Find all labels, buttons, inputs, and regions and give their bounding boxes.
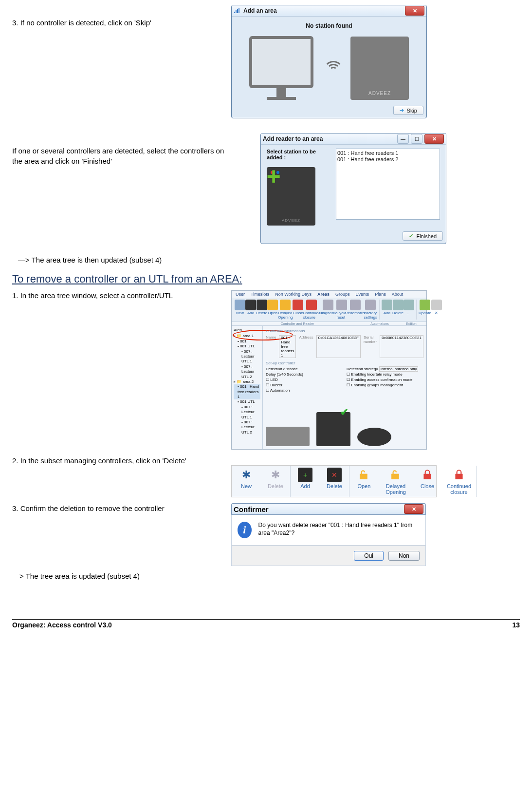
ribbon-close[interactable]: Close (293, 300, 303, 320)
ribbon-delete[interactable]: Delete (256, 300, 267, 320)
svg-rect-3 (238, 8, 239, 13)
area-tree[interactable]: Area 📁 area 1 • 001 • 001 UTL • 007 : Le… (232, 326, 263, 449)
app-window-screenshot: User Timeslots Non Working Days Areas Gr… (231, 290, 427, 450)
remove-step1-text: 1. In the area tree window, select a con… (12, 291, 173, 300)
monitor-icon (249, 36, 313, 100)
minimize-icon[interactable]: — (397, 134, 409, 144)
ribbon-diagnostic[interactable]: Diagnostic (320, 300, 336, 320)
toolbar-continued-closure[interactable]: Continued closure (442, 466, 476, 497)
add-reader-dialog: Add reader to an area — ☐ ✕ Select stati… (260, 133, 446, 244)
finished-button[interactable]: ✔ Finished (403, 231, 443, 241)
add-area-dialog: Add an area ✕ No station found (231, 5, 427, 118)
device-image-2: ✔ (316, 412, 350, 446)
remove-step2-text: 2. In the subset managing controllers, c… (12, 456, 186, 465)
controller-name-value: 001 : Hand free readers 1 (279, 335, 296, 358)
toolbar-add[interactable]: +Add (291, 466, 320, 497)
selected-tree-item[interactable]: • 001 : Hand free readers 1 (234, 384, 260, 399)
list-item[interactable]: 001 : Hand free readers 1 (337, 150, 439, 156)
svg-rect-5 (391, 474, 399, 479)
lock-closed-icon (452, 468, 466, 482)
dialog-title: Confirmer (234, 505, 269, 513)
plus-icon: + (262, 162, 285, 186)
ribbon-toolbar: New Add Delete Open Delayed Opening Clos… (232, 298, 426, 322)
signal-icon (234, 7, 240, 14)
ribbon-open[interactable]: Open (267, 300, 278, 320)
svg-rect-4 (360, 474, 367, 479)
dialog-title: Add an area (243, 7, 277, 14)
tree-area-updated-note: —> The tree area is updated (subset 4) (12, 572, 520, 580)
toolbar-new[interactable]: ✱New (232, 466, 261, 497)
footer-title: Organeez: Access control V3.0 (12, 621, 112, 629)
svg-rect-1 (236, 10, 237, 13)
info-icon: i (238, 522, 252, 538)
ribbon-continued-closure[interactable]: Continued closure (303, 300, 320, 320)
toolbar-close[interactable]: Close (413, 466, 442, 497)
toolbar-open[interactable]: Open (349, 466, 379, 497)
toolbar-fragment: ✱New ✱Delete +Add ✕Delete Open Delayed O… (231, 465, 437, 497)
remove-step3-text: 3. Confirm the deletion to remove the co… (12, 504, 165, 512)
footer-page-number: 13 (512, 621, 520, 629)
ribbon-automaton-delete[interactable]: Delete (392, 300, 404, 320)
controller-address-value: 0x01CA126140610E2F (316, 335, 361, 358)
ribbon-delayed-opening[interactable]: Delayed Opening (278, 300, 293, 320)
remove-controller-heading: To remove a controller or an UTL from an… (12, 273, 520, 285)
ribbon-factory[interactable]: Factory settings (364, 300, 377, 320)
lock-open-icon (388, 468, 403, 482)
step3-text: 3. If no controller is detected, click o… (12, 19, 151, 27)
yes-button[interactable]: Oui (354, 551, 384, 561)
device-icon: ADVEEZ (350, 37, 409, 100)
confirm-message: Do you want delete reader "001 : Hand fr… (258, 522, 420, 537)
ribbon-cycle-reset[interactable]: Cycle reset (336, 300, 347, 320)
skip-button[interactable]: ➔ Skip (393, 106, 423, 115)
close-icon[interactable]: ✕ (404, 504, 423, 514)
maximize-icon[interactable]: ☐ (411, 134, 422, 144)
ribbon-new[interactable]: New (235, 300, 245, 320)
detected-text: If one or several controllers are detect… (12, 147, 224, 165)
controller-serial-value: 0x00601142380C0E21 (380, 335, 423, 358)
no-station-msg: No station found (238, 22, 421, 29)
confirm-dialog: Confirmer ✕ i Do you want delete reader … (231, 503, 426, 566)
ribbon-cancel[interactable]: ✕ (431, 300, 442, 320)
close-icon[interactable]: ✕ (424, 134, 444, 144)
lock-closed-icon (420, 468, 435, 482)
ribbon-tabs: User Timeslots Non Working Days Areas Gr… (232, 291, 426, 298)
ribbon-update[interactable]: Update (419, 300, 431, 320)
list-item[interactable]: 001 : Hand free readers 2 (337, 156, 439, 163)
ribbon-add[interactable]: Add (245, 300, 256, 320)
ribbon-restart[interactable]: Redémarrer (347, 300, 364, 320)
toolbar-delete-net: ✱Delete (261, 466, 290, 497)
device-image-1 (266, 427, 310, 446)
device-image-3 (357, 428, 391, 446)
checkmark-icon: ✔ (340, 406, 349, 418)
controller-details-panel: Controller informations Name 001 : Hand … (263, 326, 426, 449)
svg-rect-0 (234, 12, 235, 13)
ribbon-automaton-more[interactable]: … (404, 300, 414, 320)
reader-device-icon: ADVEEZ + (267, 167, 330, 226)
wifi-icon (322, 61, 342, 76)
close-icon[interactable]: ✕ (405, 6, 424, 16)
svg-rect-2 (237, 9, 238, 13)
dialog-title: Add reader to an area (263, 135, 323, 142)
select-station-prompt: Select station to be added : (267, 149, 330, 160)
station-list[interactable]: 001 : Hand free readers 1 001 : Hand fre… (336, 149, 440, 220)
lock-open-icon (357, 468, 371, 482)
toolbar-delayed-opening[interactable]: Delayed Opening (379, 466, 413, 497)
no-button[interactable]: Non (388, 551, 420, 561)
toolbar-delete[interactable]: ✕Delete (320, 466, 349, 497)
area-tree-updated-note: —> The area tree is then updated (subset… (18, 256, 520, 264)
ribbon-automaton-add[interactable]: Add (382, 300, 392, 320)
